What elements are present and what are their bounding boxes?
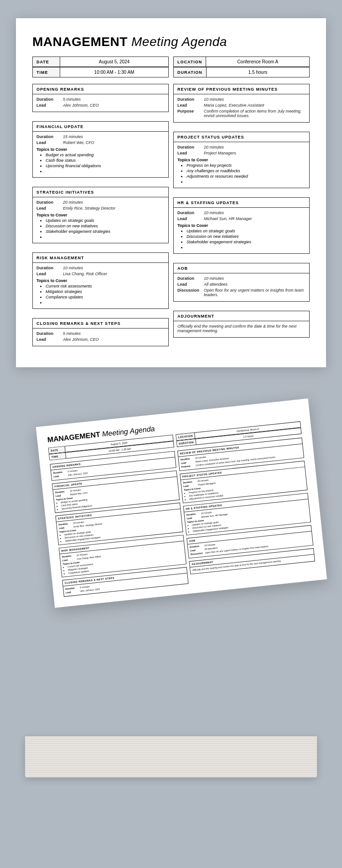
section-review-previous: REVIEW OF PREVIOUS MEETING MINUTES Durat…: [173, 84, 310, 123]
section-financial-update: FINANCIAL UPDATE Duration 15 minutes Lea…: [32, 121, 169, 178]
left-column: OPENING REMARKS Duration 5 minutes Lead …: [32, 84, 169, 351]
section-aob: AOB Duration 10 minutes Lead All attende…: [173, 263, 310, 302]
time-value: 10:00 AM - 1:30 AM: [60, 67, 168, 77]
strategic-topics-list: Updates on strategic goals Discussion on…: [36, 218, 165, 239]
meta-right: LOCATION Conference Room A DURATION 1.5 …: [173, 56, 310, 77]
duration-value: 1.5 hours: [207, 67, 309, 77]
project-status-header: PROJECT STATUS UPDATES: [174, 132, 309, 142]
financial-update-header: FINANCIAL UPDATE: [33, 122, 168, 132]
list-item: Stakeholder engagement strategies: [187, 240, 306, 244]
tilted-document: MANAGEMENT Meeting Agenda DATE August 5,…: [36, 399, 327, 608]
list-item: [187, 180, 306, 184]
list-item: [46, 169, 165, 174]
section-project-status: PROJECT STATUS UPDATES Duration 20 minut…: [173, 132, 310, 188]
document-title: MANAGEMENT Meeting Agenda: [32, 35, 310, 49]
duration-label: DURATION: [174, 67, 207, 77]
strategic-initiatives-header: STRATEGIC INITIATIVES: [33, 187, 168, 197]
section-hr-staffing: HR & STAFFING UPDATES Duration 10 minute…: [173, 197, 310, 254]
opening-remarks-header: OPENING REMARKS: [33, 84, 168, 94]
risk-management-header: RISK MANAGEMENT: [33, 253, 168, 263]
tilted-title-bold: MANAGEMENT: [47, 431, 101, 444]
closing-remarks-header: CLOSING REMARKS & NEXT STEPS: [33, 318, 168, 329]
list-item: Updates on strategic goals: [46, 218, 165, 223]
main-document: MANAGEMENT Meeting Agenda DATE August 5,…: [16, 18, 326, 367]
right-column: REVIEW OF PREVIOUS MEETING MINUTES Durat…: [173, 84, 310, 342]
list-item: Stakeholder engagement strategies: [46, 229, 165, 234]
list-item: Updates on strategic goals: [187, 229, 306, 233]
tilted-right-col: REVIEW OF PREVIOUS MEETING MINUTES Durat…: [177, 437, 316, 583]
list-item: Upcoming financial obligations: [46, 164, 165, 168]
tilted-document-wrapper: MANAGEMENT Meeting Agenda DATE August 5,…: [16, 404, 326, 777]
meta-left: DATE August 5, 2024 TIME 10:00 AM - 1:30…: [32, 56, 169, 77]
list-item: Any challenges or roadblocks: [187, 169, 306, 173]
adjournment-header: ADJOURNMENT: [174, 311, 309, 321]
section-risk-management: RISK MANAGEMENT Duration 10 minutes Lead…: [32, 252, 169, 309]
list-item: [187, 245, 306, 250]
tilted-sections-grid: OPENING REMARKS Duration5 minutes LeadAl…: [50, 437, 316, 597]
aob-header: AOB: [174, 263, 309, 273]
list-item: Cash flow status: [46, 158, 165, 163]
section-opening-remarks: OPENING REMARKS Duration 5 minutes Lead …: [32, 84, 169, 112]
date-value: August 5, 2024: [60, 57, 168, 67]
hr-topics-list: Updates on strategic goals Discussion on…: [177, 229, 306, 250]
list-item: Progress on key projects: [187, 163, 306, 168]
list-item: Compliance updates: [46, 295, 165, 299]
list-item: Budget vs actual spending: [46, 153, 165, 157]
hr-staffing-header: HR & STAFFING UPDATES: [174, 198, 309, 208]
section-adjournment: ADJOURNMENT Officially end the meeting a…: [173, 311, 310, 338]
title-light: Meeting Agenda: [131, 35, 227, 49]
risk-topics-list: Current risk assessments Mitigation stra…: [36, 284, 165, 305]
list-item: [46, 235, 165, 239]
section-closing-remarks: CLOSING REMARKS & NEXT STEPS Duration 5 …: [32, 318, 169, 346]
list-item: Discussion on new initiatives: [187, 234, 306, 239]
location-label: LOCATION: [174, 57, 206, 67]
tilted-title-light: Meeting Agenda: [102, 425, 155, 438]
date-label: DATE: [33, 57, 60, 67]
list-item: Mitigation strategies: [46, 289, 165, 294]
time-label: TIME: [33, 67, 60, 77]
financial-topics-list: Budget vs actual spending Cash flow stat…: [36, 153, 165, 174]
list-item: [46, 300, 165, 305]
title-bold: MANAGEMENT: [32, 35, 128, 49]
document-stack: [25, 736, 317, 777]
tilted-left-col: OPENING REMARKS Duration5 minutes LeadAl…: [50, 451, 188, 597]
location-value: Conference Room A: [206, 57, 309, 67]
list-item: Adjustments or resources needed: [187, 174, 306, 179]
list-item: Discussion on new initiatives: [46, 224, 165, 228]
section-strategic-initiatives: STRATEGIC INITIATIVES Duration 20 minute…: [32, 187, 169, 243]
review-previous-header: REVIEW OF PREVIOUS MEETING MINUTES: [174, 84, 309, 94]
project-topics-list: Progress on key projects Any challenges …: [177, 163, 306, 184]
list-item: Current risk assessments: [46, 284, 165, 288]
